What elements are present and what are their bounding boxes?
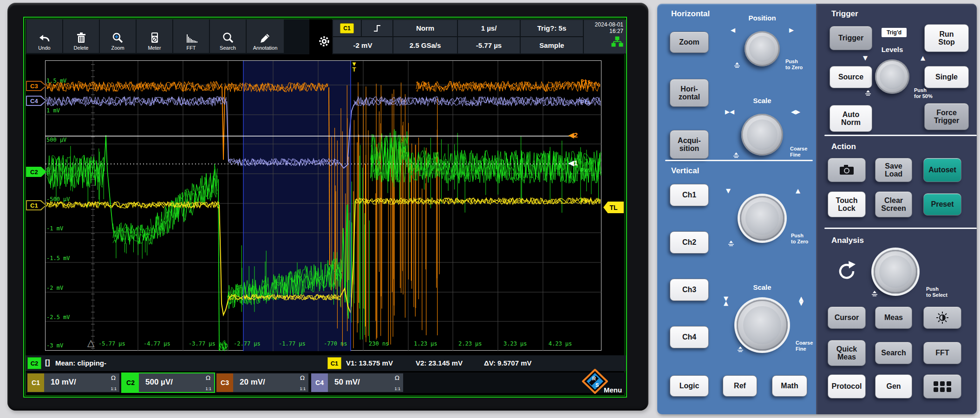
trigger-position-marker[interactable]: ▼ T — [351, 61, 357, 72]
menu-button[interactable]: R S Menu — [581, 368, 626, 395]
push-knob-icon — [871, 291, 878, 297]
vertical-position-knob[interactable] — [740, 196, 784, 241]
protocol-button[interactable]: Protocol — [828, 374, 866, 398]
channel-scale-c3[interactable]: 20 mV/ Ω 1:1 — [233, 373, 308, 392]
y-axis-label: -2 mV — [46, 285, 63, 291]
ch3-button[interactable]: Ch3 — [670, 279, 709, 301]
x-axis-label: 2.23 µs — [458, 340, 482, 347]
probe-ratio: 1:1 — [394, 386, 400, 391]
gen-button[interactable]: Gen — [875, 374, 912, 398]
channel-marker-c4[interactable]: C4 — [26, 96, 46, 106]
channel-marker-c3[interactable]: C3 — [26, 81, 46, 91]
compress-arrow-icon: ▶◀ — [725, 110, 734, 114]
meas-button[interactable]: Meas — [875, 307, 912, 329]
source-button[interactable]: Source — [830, 66, 872, 88]
search-panel-button[interactable]: Search — [875, 342, 912, 364]
horizontal-scale-knob[interactable] — [741, 114, 783, 156]
x-axis-label: 4.23 µs — [549, 340, 572, 347]
cursor-v2-value: V2: 23.145 mV — [416, 359, 463, 367]
fft-button[interactable]: FFT — [173, 20, 209, 53]
single-button[interactable]: Single — [924, 66, 969, 88]
impedance-label: Ω — [395, 374, 399, 381]
trigger-levels-knob[interactable] — [875, 59, 909, 94]
x-axis-label: -770 ns — [324, 340, 347, 347]
ccw-arrow-icon: ◀ — [731, 28, 735, 33]
ch1-button[interactable]: Ch1 — [670, 184, 709, 206]
trigger-mode-cell[interactable]: Norm — [393, 20, 457, 36]
sample-rate-cell[interactable]: 2.5 GSa/s — [393, 37, 457, 53]
expand-vertical-icon: ▲ ▼ — [799, 296, 804, 306]
screenshot-button[interactable] — [828, 158, 866, 182]
channel-scale-c1[interactable]: 10 mV/ Ω 1:1 — [44, 373, 119, 392]
touch-lock-button[interactable]: Touch Lock — [828, 191, 866, 217]
channel-marker-c2[interactable]: C2 — [26, 167, 46, 177]
run-stop-button[interactable]: Run Stop — [924, 24, 969, 52]
push-to-zero-label: Push to Zero — [785, 59, 803, 71]
apps-grid-button[interactable] — [923, 374, 961, 398]
horizontal-position-knob[interactable] — [745, 31, 780, 66]
force-trigger-button[interactable]: Force Trigger — [924, 103, 969, 130]
trigger-level-cell[interactable]: -2 mV — [333, 37, 392, 53]
ch2-button[interactable]: Ch2 — [670, 231, 709, 254]
channel-badge-c3[interactable]: C3 — [216, 373, 233, 392]
meter-button[interactable]: Meter — [137, 20, 172, 53]
ref-button[interactable]: Ref — [723, 375, 757, 397]
navigate-rotate-icon[interactable] — [836, 260, 857, 281]
acquisition-mode-cell[interactable]: Sample — [521, 37, 583, 53]
y-axis-label: 0 V — [46, 166, 57, 173]
timebase-cell[interactable]: 1 µs/ — [458, 20, 520, 36]
trigger-source-cell[interactable]: C1 — [333, 20, 361, 36]
clear-screen-button[interactable]: Clear Screen — [875, 191, 912, 217]
cursor-handle[interactable]: ◀1 — [568, 159, 578, 167]
trash-icon — [75, 32, 88, 43]
push-for-50-label: Push for 50% — [914, 87, 933, 99]
intensity-button[interactable] — [923, 307, 961, 329]
channel-badge-c4[interactable]: C4 — [311, 373, 328, 392]
y-axis-label: 500 µV — [46, 137, 66, 143]
cursor-button[interactable]: Cursor — [828, 307, 866, 329]
measurement-channel-badge[interactable]: C2 — [27, 357, 41, 369]
vertical-scale-knob[interactable] — [737, 300, 788, 351]
quick-meas-button[interactable]: Quick Meas — [828, 340, 866, 366]
horizontal-button[interactable]: Hori- zontal — [670, 79, 709, 107]
trigger-slope-cell[interactable] — [362, 20, 392, 36]
trigger-state-cell[interactable]: Trig?: 5s — [521, 20, 583, 36]
time-label: 16:27 — [609, 28, 623, 34]
save-load-button[interactable]: Save Load — [875, 158, 912, 182]
analysis-select-knob[interactable] — [874, 250, 917, 294]
autoset-button[interactable]: Autoset — [923, 158, 961, 182]
horizontal-offset-cell[interactable]: -5.77 µs — [458, 37, 520, 53]
y-axis-label: -1 mV — [46, 225, 63, 232]
cursor-handle[interactable]: ◀2 — [568, 131, 578, 139]
fft-panel-button[interactable]: FFT — [923, 342, 961, 364]
preset-button[interactable]: Preset — [923, 193, 961, 216]
settings-gear-icon[interactable] — [317, 34, 332, 50]
zoom-in-icon — [111, 32, 124, 43]
trigger-level-badge[interactable]: TL — [603, 202, 624, 213]
math-button[interactable]: Math — [772, 375, 807, 397]
search-button[interactable]: Search — [210, 20, 246, 53]
scope-screen[interactable]: Undo Delete Zoom Meter FFT Search Annota… — [23, 17, 627, 398]
channel-marker-c1[interactable]: C1 — [26, 200, 46, 210]
logic-button[interactable]: Logic — [670, 375, 709, 397]
auto-norm-button[interactable]: Auto Norm — [830, 105, 872, 132]
channel-scale-c4[interactable]: 50 mV/ Ω 1:1 — [328, 373, 403, 392]
delete-button[interactable]: Delete — [63, 20, 99, 53]
datetime-cell[interactable]: 2024-08-01 16:27 — [584, 20, 626, 53]
trigger-button[interactable]: Trigger — [830, 26, 872, 50]
channel-badge-c2[interactable]: C2 — [122, 373, 139, 392]
ch4-button[interactable]: Ch4 — [670, 326, 709, 348]
channel-badge-c1[interactable]: C1 — [27, 373, 44, 392]
scale-value: 10 mV/ — [51, 378, 76, 387]
annotation-button[interactable]: Annotation — [247, 20, 284, 53]
y-axis-label: -500 µV — [46, 196, 70, 202]
scale-knob-label: Scale — [739, 97, 785, 105]
acquisition-button[interactable]: Acqui- sition — [670, 130, 709, 159]
undo-button[interactable]: Undo — [26, 20, 62, 53]
zoom-panel-button[interactable]: Zoom — [670, 32, 709, 53]
zoom-button[interactable]: Zoom — [100, 20, 136, 53]
channel-marker-label: C3 — [27, 82, 46, 90]
cursor-channel-badge[interactable]: C1 — [327, 357, 341, 369]
channel-scale-c2[interactable]: 500 µV/ Ω 1:1 — [139, 373, 214, 392]
waveform-display[interactable] — [45, 60, 601, 351]
